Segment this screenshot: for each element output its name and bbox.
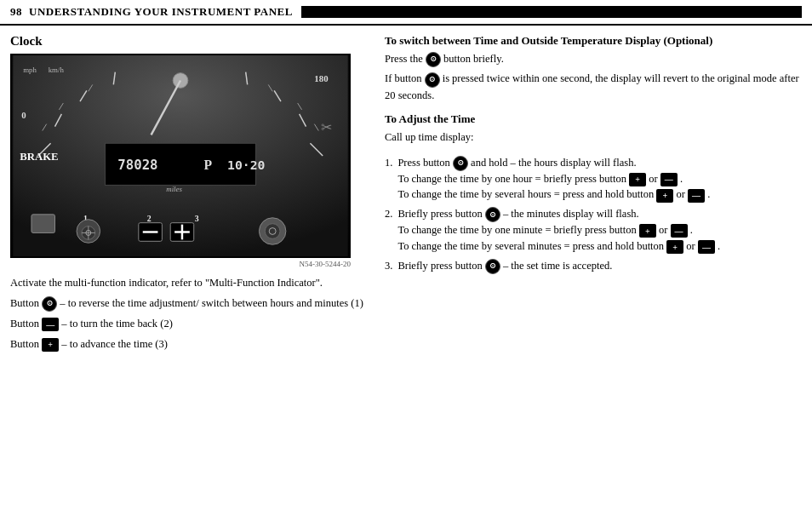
button-briefly-text: button briefly. [443,53,504,65]
btn-circle-step1: ⊙ [453,156,468,171]
header-bar [301,6,802,18]
svg-text:✂: ✂ [321,120,332,135]
step-number: 1. [385,155,392,204]
btn-circle-if: ⊙ [425,72,440,88]
left-description: Activate the multi-function indicator, r… [10,275,368,352]
or-2: or [677,188,689,200]
svg-point-44 [265,224,280,239]
clock-section-title: Clock [10,34,368,49]
image-caption: N54-30-5244-20 [10,260,351,268]
or-1: or [649,173,660,185]
left-column: Clock [10,34,368,356]
btn-minus-step1b: — [688,189,705,203]
step3-post: – the set time is accepted. [503,260,612,272]
btn-circle-step3: ⊙ [485,259,500,274]
step2-content: Briefly press button ⊙ – the minutes dis… [397,206,802,255]
button1-desc: Button ⊙ – to reverse the time adjustmen… [10,295,368,312]
svg-text:3: 3 [195,214,199,223]
step2-post: – the minutes display will flash. [503,208,639,220]
btn-circle-1: ⊙ [42,296,57,312]
btn-minus-step1a: — [660,173,678,186]
btn-circle-press: ⊙ [426,52,441,67]
step3-pre: Briefly press button [397,260,482,272]
btn-plus-step1b: + [656,189,673,203]
svg-text:mph: mph [23,66,37,74]
svg-text:P: P [204,158,213,172]
svg-rect-28 [31,215,55,233]
svg-text:BRAKE: BRAKE [20,151,58,163]
instrument-panel-image: mph km/h 0 180 78028 P 10·20 miles BRAKE… [10,54,351,258]
press-the-text: Press the [385,53,423,65]
step-number: 2. [385,206,392,255]
button2-desc: Button — – to turn the time back (2) [10,316,368,332]
svg-text:0: 0 [21,110,26,120]
section1-heading: To switch between Time and Outside Tempe… [385,34,802,48]
btn-plus-step2b: + [666,240,683,254]
svg-text:180: 180 [314,73,328,83]
page-header: 98 UNDERSTANDING YOUR INSTRUMENT PANEL [0,0,812,26]
step1-line2: To change the time by one hour = briefly… [397,173,629,185]
svg-text:km/h: km/h [49,66,65,74]
main-content: Clock [0,26,812,364]
svg-text:10·20: 10·20 [227,158,265,172]
section-switch-display: To switch between Time and Outside Tempe… [385,34,802,104]
or-3: or [659,224,671,236]
button3-desc: Button + – to advance the time (3) [10,336,368,353]
or-4: or [686,240,698,252]
btn-plus-step1a: + [629,173,646,186]
section1-text: Press the ⊙ button briefly. If button ⊙ … [385,51,802,104]
call-up-text: Call up time display: [385,129,802,146]
step1-post: and hold – the hours display will flash. [471,157,636,169]
press-the-paragraph: Press the ⊙ button briefly. [385,51,802,67]
if-button-text: If button [385,72,421,84]
page-number: 98 [10,5,22,19]
btn-minus-step2b: — [698,240,715,254]
steps-list: 1. Press button ⊙ and hold – the hours d… [385,155,802,274]
list-item: 1. Press button ⊙ and hold – the hours d… [385,155,802,204]
step3-content: Briefly press button ⊙ – the set time is… [397,258,802,274]
activate-text: Activate the multi-function indicator, r… [10,275,368,291]
if-button-paragraph: If button ⊙ is pressed twice within one … [385,71,802,104]
gauge-svg: mph km/h 0 180 78028 P 10·20 miles BRAKE… [12,55,349,256]
briefly-press-text: Briefly press button [397,208,482,220]
page-title: UNDERSTANDING YOUR INSTRUMENT PANEL [29,5,293,19]
right-column: To switch between Time and Outside Tempe… [385,34,802,356]
btn-circle-step2: ⊙ [485,207,500,222]
step1-line3: To change the time by several hours = pr… [397,188,656,200]
btn-minus-step2a: — [671,224,688,238]
list-item: 2. Briefly press button ⊙ – the minutes … [385,206,802,255]
svg-text:78028: 78028 [117,157,157,173]
twice-text: is pressed twice within one second, the … [385,72,799,100]
section-adjust-time: To Adjust the Time Call up time display:… [385,112,802,274]
step1-content: Press button ⊙ and hold – the hours disp… [397,155,802,204]
step2-line2: To change the time by one minute = brief… [397,224,639,236]
btn-plus-step2a: + [639,224,656,238]
list-item: 3. Briefly press button ⊙ – the set time… [385,258,802,274]
btn-plus-1: + [42,338,59,352]
btn-minus-1: — [42,318,59,331]
step-number: 3. [385,258,392,274]
step2-line3: To change the time by several minutes = … [397,240,666,252]
section2-heading: To Adjust the Time [385,112,802,126]
svg-text:miles: miles [166,185,182,193]
press-button-text: Press button [397,157,449,169]
svg-text:2: 2 [147,214,152,223]
